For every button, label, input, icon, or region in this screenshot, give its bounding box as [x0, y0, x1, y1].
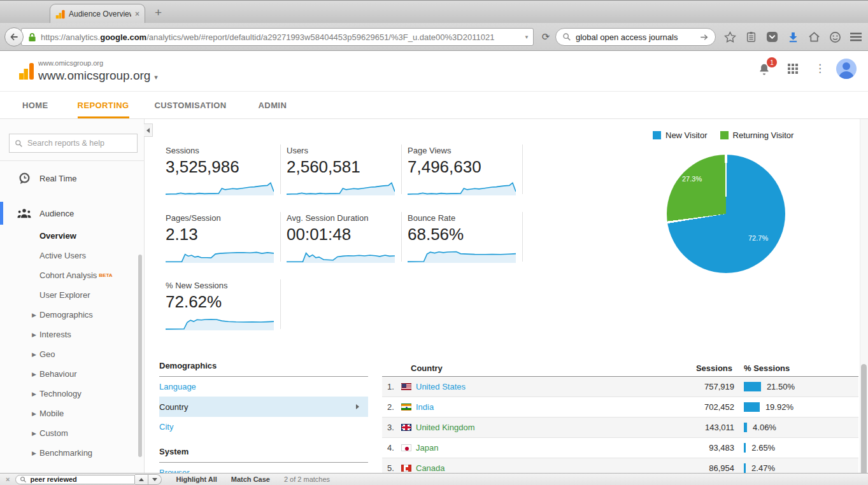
reading-list-icon[interactable] — [744, 31, 757, 43]
go-arrow-icon[interactable] — [699, 33, 709, 41]
country-flag-icon — [401, 404, 411, 411]
link-city[interactable]: City — [159, 417, 368, 437]
sidebar-subitem-label: Active Users — [39, 251, 86, 260]
highlight-all-button[interactable]: Highlight All — [176, 475, 217, 483]
sidebar-collapse-button[interactable] — [144, 123, 153, 137]
kebab-menu-icon[interactable]: ⋮ — [815, 67, 820, 71]
notifications-button[interactable]: 1 — [757, 62, 771, 76]
sidebar-search-input[interactable] — [27, 139, 132, 148]
toolbar-icons — [723, 23, 862, 51]
sidebar-subitem[interactable]: ▶ Benchmarking — [0, 443, 145, 463]
pie-label-new: 72.7% — [748, 234, 768, 242]
sidebar-item-audience[interactable]: Audience — [0, 202, 145, 225]
chevron-up-icon — [139, 478, 144, 481]
metric-card[interactable]: % New Sessions 72.62% — [166, 279, 281, 329]
findbar-close-icon[interactable]: × — [6, 475, 10, 483]
url-bar[interactable]: https://analytics.google.com/analytics/w… — [21, 28, 534, 46]
sessions-value: 143,011 — [639, 423, 734, 432]
metric-label: Page Views — [408, 146, 522, 155]
search-icon — [562, 32, 571, 41]
bookmark-star-icon[interactable] — [723, 31, 736, 43]
findbar-field[interactable] — [15, 475, 135, 484]
home-icon[interactable] — [808, 31, 820, 43]
menu-hamburger-icon[interactable] — [850, 31, 862, 43]
visitors-pie-chart[interactable]: 72.7% 27.3% — [667, 155, 785, 273]
search-icon — [15, 139, 23, 148]
apps-grid-icon[interactable] — [788, 64, 798, 74]
link-language[interactable]: Language — [159, 377, 368, 397]
sidebar-subitem[interactable]: ▶ Demographics — [0, 305, 145, 325]
sidebar-subitem[interactable]: ▶ Mobile — [0, 404, 145, 423]
page-scrollbar-track[interactable] — [860, 119, 868, 474]
system-title: System — [159, 444, 368, 463]
metric-card[interactable]: Bounce Rate 68.56% — [408, 212, 523, 262]
country-link[interactable]: Japan — [416, 443, 639, 453]
percent-bar-zone: 2.47% — [744, 463, 858, 473]
tab-admin[interactable]: ADMIN — [259, 92, 287, 118]
property-selector[interactable]: www.omicsgroup.org▾ — [38, 69, 158, 83]
percent-value: 4.06% — [753, 423, 776, 432]
country-link[interactable]: Canada — [416, 463, 639, 473]
expand-triangle-icon: ▶ — [32, 332, 39, 338]
tab-home[interactable]: HOME — [22, 92, 48, 118]
page-scrollbar-thumb[interactable] — [861, 364, 867, 485]
percent-bar-zone: 19.92% — [744, 402, 858, 412]
browser-search-bar[interactable] — [555, 28, 716, 46]
metric-sparkline — [287, 247, 395, 264]
sidebar-subitem[interactable]: ▶ Interests — [0, 325, 145, 344]
metric-card[interactable]: Avg. Session Duration 00:01:48 — [287, 212, 402, 262]
avatar[interactable] — [836, 59, 857, 79]
sidebar-scrollbar[interactable] — [138, 255, 142, 457]
country-link[interactable]: India — [416, 402, 639, 412]
sidebar-subitem[interactable]: ▶ Technology — [0, 384, 145, 404]
metric-value: 68.56% — [408, 225, 522, 244]
firefox-window: Audience Overview – Anal... × + https://… — [0, 0, 868, 485]
sidebar: Real Time Audience ▶ Overview ▶ Active U… — [0, 119, 145, 485]
new-tab-button[interactable]: + — [155, 6, 162, 20]
back-button[interactable] — [4, 27, 24, 46]
header-country: Country — [411, 363, 637, 373]
find-next-button[interactable] — [148, 474, 162, 485]
sidebar-subitem-label: Overview — [39, 231, 76, 241]
country-flag-icon — [401, 383, 411, 390]
match-case-button[interactable]: Match Case — [231, 475, 270, 483]
metric-card[interactable]: Pages/Session 2.13 — [166, 212, 281, 262]
sidebar-subitem[interactable]: ▶ Active Users — [0, 246, 145, 265]
tab-close-icon[interactable]: × — [135, 10, 139, 18]
metric-label: % New Sessions — [166, 281, 280, 290]
sidebar-subitem[interactable]: ▶ Behaviour — [0, 364, 145, 384]
link-country-selected[interactable]: Country — [159, 397, 368, 417]
country-row: 4. Japan 93,483 2.65% — [382, 438, 858, 458]
download-icon[interactable] — [786, 31, 799, 43]
sidebar-subitem[interactable]: ▶ User Explorer — [0, 285, 145, 305]
sidebar-subitem[interactable]: ▶ Custom — [0, 423, 145, 443]
reload-button[interactable]: ⟳ — [538, 29, 553, 45]
chevron-right-icon — [356, 404, 359, 409]
sidebar-item-label: Real Time — [39, 174, 77, 183]
url-dropdown-icon[interactable]: ▼ — [524, 34, 529, 40]
metric-card[interactable]: Sessions 3,525,986 — [166, 144, 281, 194]
sidebar-subitem[interactable]: ▶ Overview — [0, 226, 145, 246]
sidebar-subitem-label: Technology — [39, 389, 82, 398]
tab-reporting[interactable]: REPORTING — [78, 92, 129, 118]
metric-card[interactable]: Users 2,560,581 — [287, 144, 402, 194]
browser-search-input[interactable] — [576, 32, 695, 42]
metric-card[interactable]: Page Views 7,496,630 — [408, 144, 523, 194]
pocket-icon[interactable] — [765, 31, 778, 43]
browser-tab[interactable]: Audience Overview – Anal... × — [50, 4, 145, 24]
country-link[interactable]: United Kingdom — [416, 423, 639, 432]
findbar-input[interactable] — [30, 475, 131, 483]
expand-triangle-icon: ▶ — [32, 351, 39, 358]
sidebar-item-real-time[interactable]: Real Time — [0, 167, 145, 190]
sidebar-subitem[interactable]: ▶ Cohort Analysis BETA — [0, 265, 145, 285]
country-link[interactable]: United States — [416, 382, 639, 391]
metric-value: 00:01:48 — [287, 225, 401, 244]
tab-customisation[interactable]: CUSTOMISATION — [155, 92, 227, 118]
metric-sparkline — [166, 314, 274, 331]
feedback-smiley-icon[interactable] — [829, 31, 841, 43]
find-previous-button[interactable] — [135, 474, 148, 485]
sidebar-search[interactable] — [9, 134, 138, 153]
sidebar-subitem[interactable]: ▶ Geo — [0, 344, 145, 364]
ga-nav: HOME REPORTING CUSTOMISATION ADMIN — [0, 92, 868, 119]
metric-sparkline — [287, 179, 395, 196]
